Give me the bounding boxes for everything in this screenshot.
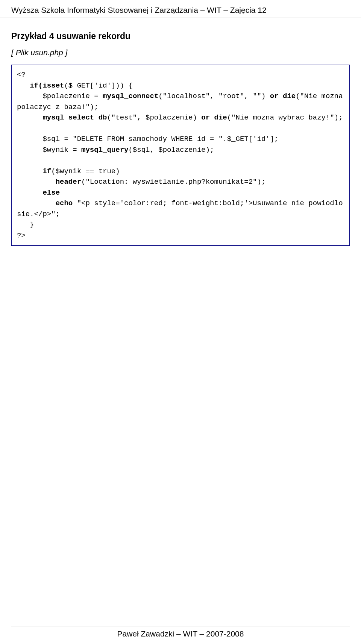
code-keyword: mysql_query bbox=[81, 146, 128, 154]
code-keyword: mysql_select_db bbox=[42, 113, 107, 122]
code-keyword: header bbox=[56, 178, 81, 186]
code-keyword: die bbox=[283, 92, 296, 100]
code-line: $wynik = bbox=[17, 146, 81, 154]
code-text: ("Nie mozna wybrac bazy!"); bbox=[227, 113, 343, 122]
code-line: <? bbox=[17, 71, 26, 79]
code-line: ?> bbox=[17, 231, 26, 240]
code-keyword: echo bbox=[56, 199, 73, 207]
page-header: Wyższa Szkoła Informatyki Stosowanej i Z… bbox=[0, 0, 361, 18]
code-keyword: or bbox=[201, 113, 210, 122]
code-block: <? if(isset($_GET['id'])) { $polaczenie … bbox=[11, 65, 350, 246]
code-line: $polaczenie = bbox=[17, 92, 103, 100]
code-line bbox=[17, 167, 42, 175]
code-keyword: mysql_connect bbox=[103, 92, 158, 100]
code-keyword: if(isset bbox=[30, 82, 64, 90]
code-line: $sql = "DELETE FROM samochody WHERE id =… bbox=[17, 135, 279, 143]
code-keyword: if bbox=[42, 167, 51, 175]
section-title: Przykład 4 usuwanie rekordu bbox=[11, 31, 350, 41]
file-label: [ Plik usun.php ] bbox=[11, 48, 350, 57]
main-content: Przykład 4 usuwanie rekordu [ Plik usun.… bbox=[0, 31, 361, 246]
code-text bbox=[279, 92, 283, 100]
code-text: ("Location: wyswietlanie.php?komunikat=2… bbox=[81, 178, 265, 186]
code-text: ($sql, $polaczenie); bbox=[128, 146, 214, 154]
code-keyword: else bbox=[42, 189, 60, 197]
code-line bbox=[17, 189, 42, 197]
page-footer: Paweł Zawadzki – WIT – 2007-2008 bbox=[11, 626, 350, 644]
code-text: ("test", $polaczenie) bbox=[107, 113, 201, 122]
code-text bbox=[210, 113, 214, 122]
code-text: ($_GET['id'])) { bbox=[64, 82, 132, 90]
code-keyword: or bbox=[270, 92, 279, 100]
code-line bbox=[17, 82, 30, 90]
code-text: ("localhost", "root", "") bbox=[158, 92, 270, 100]
code-keyword: die bbox=[214, 113, 227, 122]
code-line: } bbox=[17, 221, 34, 229]
code-line bbox=[17, 178, 56, 186]
code-text: ($wynik == true) bbox=[51, 167, 120, 175]
code-line bbox=[17, 199, 56, 207]
code-line bbox=[17, 113, 42, 122]
